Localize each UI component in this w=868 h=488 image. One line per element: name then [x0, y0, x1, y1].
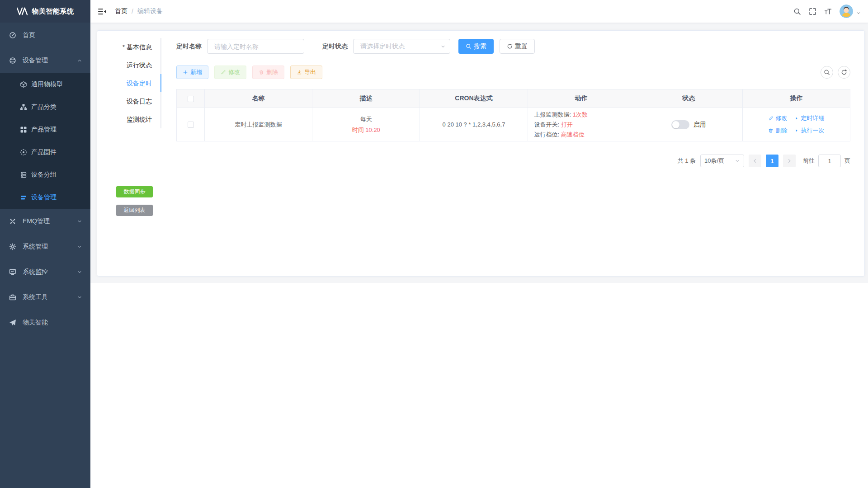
emq-icon [9, 218, 16, 225]
font-size-icon[interactable] [824, 8, 832, 15]
cell-cron: 0 20 10 ? * 1,2,3,4,5,6,7 [420, 108, 528, 141]
sidebar-item-system-tools[interactable]: 系统工具 [0, 285, 90, 310]
search-icon[interactable] [793, 8, 801, 15]
gear-icon [9, 243, 16, 250]
chevron-down-icon [77, 269, 82, 275]
sidebar-item-label: 设备分组 [31, 171, 57, 179]
breadcrumb-separator: / [132, 8, 133, 15]
tab-run-status[interactable]: 运行状态 [97, 56, 160, 74]
sidebar-item-product-category[interactable]: 产品分类 [0, 96, 90, 118]
refresh-button[interactable] [838, 66, 850, 79]
timer-name-input[interactable] [207, 39, 304, 54]
search-icon [824, 69, 830, 75]
tab-basic-info[interactable]: * 基本信息 [97, 38, 160, 56]
goto-suffix: 页 [844, 157, 850, 165]
chevron-up-icon [77, 58, 82, 63]
app-logo[interactable]: 物美智能系统 [0, 0, 90, 23]
col-cron: CRON表达式 [420, 89, 528, 108]
export-button[interactable]: 导出 [290, 66, 322, 79]
fullscreen-icon[interactable] [809, 8, 816, 15]
add-button[interactable]: 新增 [176, 66, 208, 79]
sidebar-item-label: 设备管理 [23, 56, 48, 65]
app-title: 物美智能系统 [32, 7, 74, 16]
row-delete-link[interactable]: 删除 [768, 127, 787, 135]
edit-icon [768, 116, 774, 121]
pagination: 共 1 条 10条/页 1 前往 页 [176, 155, 850, 167]
tab-device-log[interactable]: 设备日志 [97, 92, 160, 110]
side-action-buttons: 数据同步 返回列表 [97, 186, 161, 216]
cell-operations: 修改 定时详细 删除 执行一次 [742, 108, 850, 141]
sidebar-item-label: 产品管理 [31, 126, 57, 134]
sidebar: 物美智能系统 首页 设备管理 通用物模型 产品分类 [0, 0, 90, 488]
reset-button[interactable]: 重置 [500, 39, 535, 54]
prev-page-button[interactable] [749, 155, 761, 167]
row-run-once-link[interactable]: 执行一次 [794, 127, 824, 135]
trash-icon [259, 70, 264, 75]
next-page-button[interactable] [783, 155, 796, 167]
col-name: 名称 [205, 89, 312, 108]
delete-button[interactable]: 删除 [252, 66, 284, 79]
search-button[interactable]: 搜索 [458, 39, 494, 54]
dashboard-icon [9, 32, 16, 39]
sidebar-item-label: 系统监控 [23, 268, 48, 276]
cell-status: 启用 [635, 108, 742, 141]
row-timer-detail-link[interactable]: 定时详细 [794, 114, 824, 122]
arrow-right-icon [787, 158, 792, 164]
firmware-icon [20, 149, 27, 156]
sidebar-item-emq[interactable]: EMQ管理 [0, 209, 90, 234]
back-to-list-button[interactable]: 返回列表 [116, 205, 153, 216]
table-row: 定时上报监测数据 每天 时间 10:20 0 20 10 ? * 1,2,3,4… [177, 108, 850, 141]
download-icon [297, 70, 302, 75]
cube-icon [20, 81, 27, 88]
sidebar-item-product-management[interactable]: 产品管理 [0, 118, 90, 141]
user-menu[interactable] [840, 5, 861, 18]
sidebar-item-device-group[interactable]: 设备分组 [0, 164, 90, 186]
sidebar-item-device-management[interactable]: 设备管理 [0, 48, 90, 73]
select-all-cell [177, 89, 205, 108]
main-column: 首页 / 编辑设备 [90, 0, 868, 488]
toggle-search-button[interactable] [821, 66, 833, 79]
select-all-checkbox[interactable] [188, 96, 194, 102]
sidebar-item-device-list[interactable]: 设备管理 [0, 186, 90, 209]
sidebar-item-label: 通用物模型 [31, 80, 63, 89]
select-placeholder: 请选择定时状态 [360, 42, 405, 51]
sidebar-item-thing-model[interactable]: 通用物模型 [0, 73, 90, 96]
page-size-select[interactable]: 10条/页 [700, 155, 744, 167]
search-icon [466, 43, 472, 49]
breadcrumb-home[interactable]: 首页 [115, 7, 127, 15]
page-jump: 前往 页 [803, 155, 850, 167]
table-right-tools [821, 66, 850, 79]
desc-line2: 时间 10:20 [312, 126, 420, 134]
sidebar-item-label: 首页 [23, 31, 35, 39]
sidebar-item-label: 产品固件 [31, 148, 57, 156]
tab-monitor-stats[interactable]: 监测统计 [97, 110, 160, 128]
row-edit-link[interactable]: 修改 [768, 114, 787, 122]
page-number-button[interactable]: 1 [766, 155, 778, 167]
tab-device-timer[interactable]: 设备定时 [97, 74, 160, 92]
toolbox-icon [9, 294, 16, 301]
arrow-left-icon [752, 158, 758, 164]
page-content: * 基本信息 运行状态 设备定时 设备日志 监测统计 数据同步 返回列表 [90, 23, 868, 283]
edit-button[interactable]: 修改 [214, 66, 246, 79]
sidebar-item-system-management[interactable]: 系统管理 [0, 234, 90, 259]
sidebar-item-product-firmware[interactable]: 产品固件 [0, 141, 90, 164]
pagination-total: 共 1 条 [678, 157, 696, 165]
goto-page-input[interactable] [818, 155, 841, 167]
status-label: 启用 [693, 121, 706, 129]
category-icon [20, 103, 27, 111]
status-toggle[interactable] [671, 120, 689, 129]
sidebar-item-system-monitor[interactable]: 系统监控 [0, 259, 90, 285]
breadcrumb: 首页 / 编辑设备 [115, 7, 163, 15]
timer-status-select[interactable]: 请选择定时状态 [353, 39, 450, 54]
device-edit-card: * 基本信息 运行状态 设备定时 设备日志 监测统计 数据同步 返回列表 [97, 30, 865, 277]
cell-actions: 上报监测数据: 1次数 设备开关: 打开 运行档位: 高速档位 [528, 108, 635, 141]
navbar-tools [793, 5, 861, 18]
sidebar-toggle-icon[interactable] [98, 8, 107, 15]
data-sync-button[interactable]: 数据同步 [116, 186, 153, 197]
sidebar-item-home[interactable]: 首页 [0, 23, 90, 48]
monitor-icon [9, 268, 16, 276]
row-checkbox[interactable] [188, 122, 194, 128]
chevron-down-icon [735, 158, 740, 164]
col-operations: 操作 [742, 89, 850, 108]
sidebar-item-wumei-smart[interactable]: 物美智能 [0, 310, 90, 335]
